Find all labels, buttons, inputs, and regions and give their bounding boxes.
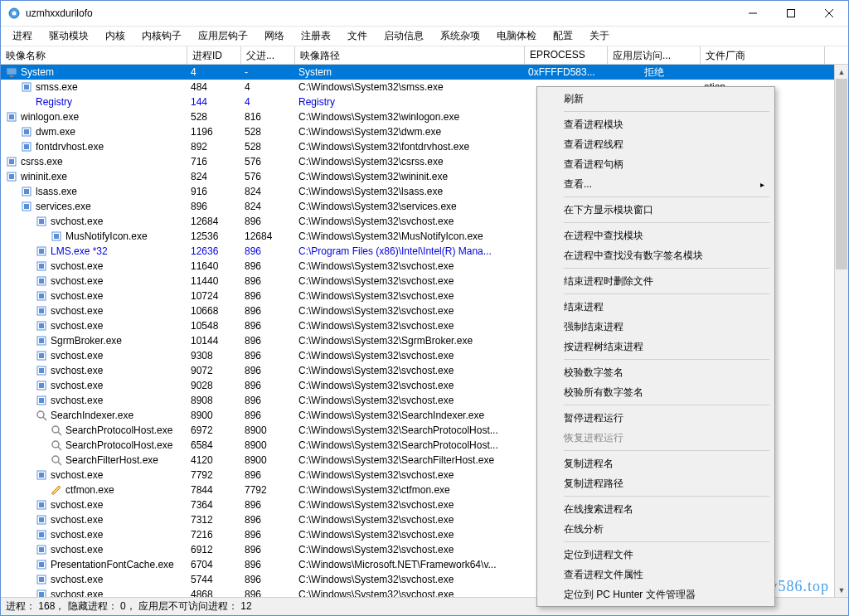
- context-item[interactable]: 查看进程文件属性: [539, 565, 773, 584]
- scroll-down-button[interactable]: ▼: [835, 583, 848, 597]
- cell-path: C:\Windows\System32\SgrmBroker.exe: [295, 335, 525, 347]
- process-name: services.exe: [36, 201, 91, 212]
- sq-icon: [36, 320, 47, 332]
- sq-icon: [36, 574, 47, 585]
- sq-icon: [36, 216, 47, 227]
- cell-pid: 896: [187, 201, 241, 212]
- search-icon: [51, 439, 62, 451]
- svg-rect-61: [39, 502, 44, 507]
- menu-8[interactable]: 启动信息: [376, 27, 432, 46]
- context-item[interactable]: 在下方显示模块窗口: [539, 200, 773, 220]
- cell-pid: 892: [187, 141, 241, 153]
- context-item[interactable]: 复制进程路径: [539, 473, 773, 493]
- context-item[interactable]: 按进程树结束进程: [539, 337, 773, 357]
- context-item[interactable]: 查看...▸: [539, 174, 773, 194]
- cell-name: svchost.exe: [1, 260, 187, 272]
- process-name: svchost.exe: [51, 499, 103, 511]
- menu-11[interactable]: 配置: [545, 27, 581, 46]
- menu-9[interactable]: 系统杂项: [432, 27, 488, 46]
- cell-pid: 11640: [187, 260, 241, 272]
- header-pid[interactable]: 进程ID: [187, 46, 241, 64]
- sq-icon: [36, 559, 47, 570]
- context-item[interactable]: 在进程中查找没有数字签名模块: [539, 245, 773, 265]
- close-button[interactable]: [810, 1, 848, 26]
- vertical-scrollbar[interactable]: ▲ ▼: [834, 65, 848, 597]
- process-name: svchost.exe: [51, 365, 103, 376]
- context-item[interactable]: 定位到进程文件: [539, 545, 773, 565]
- cell-ppid: 896: [241, 305, 295, 317]
- svg-rect-21: [24, 189, 29, 194]
- context-item[interactable]: 在线分析: [539, 519, 773, 539]
- context-item[interactable]: 复制进程名: [539, 454, 773, 473]
- menu-0[interactable]: 进程: [4, 27, 41, 46]
- cell-ppid: 896: [241, 350, 295, 361]
- header-vendor[interactable]: 文件厂商: [701, 46, 825, 64]
- scroll-track[interactable]: [835, 79, 848, 583]
- scroll-thumb[interactable]: [836, 79, 847, 269]
- context-item[interactable]: 结束进程时删除文件: [539, 271, 773, 291]
- header-ppid[interactable]: 父进...: [241, 46, 295, 64]
- context-item[interactable]: 校验数字签名: [539, 362, 773, 382]
- cell-ppid: 896: [241, 260, 295, 272]
- menu-1[interactable]: 驱动模块: [41, 27, 97, 46]
- status-text: 进程： 168， 隐藏进程： 0， 应用层不可访问进程： 12: [6, 599, 252, 614]
- context-item[interactable]: 暂停进程运行: [539, 408, 773, 428]
- header-path[interactable]: 映像路径: [295, 46, 525, 64]
- process-name: csrss.exe: [21, 156, 63, 167]
- cell-name: System: [1, 66, 187, 78]
- maximize-button[interactable]: [772, 1, 810, 26]
- cell-pid: 8900: [187, 410, 241, 421]
- menu-4[interactable]: 应用层钩子: [190, 27, 256, 46]
- cell-name: svchost.exe: [1, 469, 187, 481]
- svg-rect-45: [39, 368, 44, 373]
- menu-7[interactable]: 文件: [339, 27, 376, 46]
- cell-path: C:\Windows\System32\svchost.exe: [295, 320, 525, 332]
- header-eprocess[interactable]: EPROCESS: [525, 46, 608, 64]
- cell-ppid: 896: [241, 365, 295, 376]
- cell-path: C:\Windows\System32\lsass.exe: [295, 186, 525, 197]
- sq-icon: [36, 469, 47, 481]
- context-item[interactable]: 校验所有数字签名: [539, 382, 773, 402]
- header-access[interactable]: 应用层访问...: [608, 46, 701, 64]
- cell-ppid: 896: [241, 574, 295, 585]
- context-item[interactable]: 查看进程句柄: [539, 154, 773, 174]
- menu-3[interactable]: 内核钩子: [133, 27, 190, 46]
- context-item[interactable]: 强制结束进程: [539, 317, 773, 337]
- cell-path: C:\Windows\System32\SearchIndexer.exe: [295, 410, 525, 421]
- process-name: svchost.exe: [51, 574, 103, 585]
- process-name: SearchFilterHost.exe: [65, 454, 158, 466]
- svg-line-51: [43, 417, 46, 420]
- context-item[interactable]: 查看进程模块: [539, 114, 773, 134]
- scroll-up-button[interactable]: ▲: [835, 65, 848, 79]
- cell-path: C:\Windows\System32\svchost.exe: [295, 275, 525, 287]
- cell-name: fontdrvhost.exe: [1, 141, 187, 153]
- process-name: svchost.exe: [51, 290, 103, 302]
- menu-6[interactable]: 注册表: [293, 27, 339, 46]
- table-row[interactable]: System4-System0xFFFFD583...拒绝: [1, 65, 834, 80]
- cell-path: C:\Windows\System32\services.exe: [295, 201, 525, 212]
- cell-ppid: 896: [241, 320, 295, 332]
- minimize-button[interactable]: [734, 1, 772, 26]
- menu-2[interactable]: 内核: [97, 27, 133, 46]
- menu-10[interactable]: 电脑体检: [488, 27, 545, 46]
- cell-pid: 6704: [187, 559, 241, 570]
- context-item[interactable]: 结束进程: [539, 297, 773, 317]
- menu-5[interactable]: 网络: [256, 27, 293, 46]
- menu-12[interactable]: 关于: [581, 27, 618, 46]
- context-separator: [564, 196, 769, 197]
- menubar: 进程驱动模块内核内核钩子应用层钩子网络注册表文件启动信息系统杂项电脑体检配置关于: [1, 27, 848, 46]
- svg-point-54: [52, 441, 59, 448]
- cell-name: svchost.exe: [1, 514, 187, 526]
- process-name: svchost.exe: [51, 275, 103, 287]
- context-item[interactable]: 刷新: [539, 89, 773, 109]
- context-item[interactable]: 在线搜索进程名: [539, 499, 773, 519]
- context-menu[interactable]: 刷新查看进程模块查看进程线程查看进程句柄查看...▸在下方显示模块窗口在进程中查…: [536, 86, 775, 607]
- header-name[interactable]: 映像名称: [1, 46, 187, 64]
- cell-name: svchost.exe: [1, 350, 187, 361]
- context-item[interactable]: 定位到 PC Hunter 文件管理器: [539, 584, 773, 604]
- context-separator: [564, 111, 769, 112]
- cell-ppid: 896: [241, 544, 295, 555]
- cell-path: C:\Windows\System32\svchost.exe: [295, 365, 525, 376]
- context-item[interactable]: 查看进程线程: [539, 134, 773, 154]
- context-item[interactable]: 在进程中查找模块: [539, 226, 773, 245]
